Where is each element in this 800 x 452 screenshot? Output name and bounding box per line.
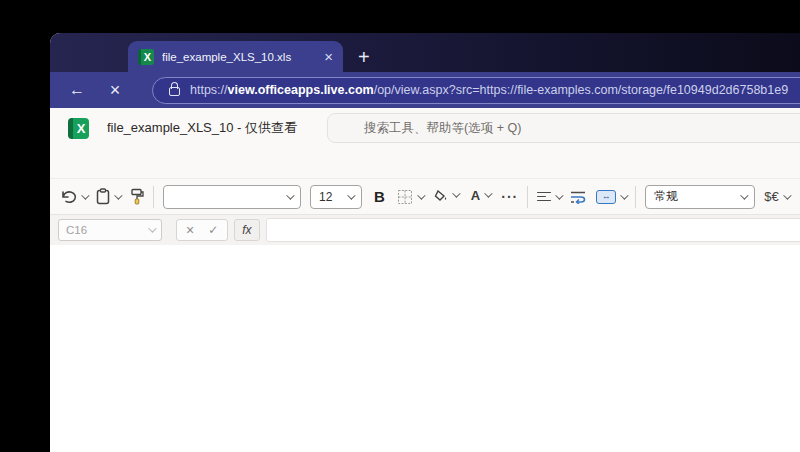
- chevron-down-icon[interactable]: [114, 191, 122, 199]
- align-icon: [537, 192, 551, 202]
- chevron-down-icon[interactable]: [783, 191, 791, 199]
- stop-icon[interactable]: ×: [100, 80, 130, 101]
- fill-color-button[interactable]: [432, 190, 460, 204]
- address-bar[interactable]: https://view.officeapps.live.com/op/view…: [152, 77, 800, 104]
- more-formatting-button[interactable]: ···: [501, 189, 518, 205]
- new-tab-button[interactable]: +: [358, 47, 370, 67]
- search-placeholder: 搜索工具、帮助等(选项 + Q): [364, 120, 521, 137]
- currency-label: $€: [764, 189, 778, 204]
- chevron-down-icon: [347, 191, 355, 199]
- zoom-window-button[interactable]: [107, 46, 119, 58]
- chevron-down-icon: [740, 191, 748, 199]
- font-name-select[interactable]: [163, 185, 301, 209]
- font-color-button[interactable]: A: [469, 188, 492, 206]
- currency-format-button[interactable]: $€: [764, 189, 788, 204]
- excel-app-icon: X: [68, 118, 89, 139]
- ribbon-tabs: [50, 148, 800, 178]
- chevron-down-icon: [286, 191, 294, 199]
- chevron-down-icon: [148, 224, 156, 232]
- insert-function-button[interactable]: fx: [234, 219, 259, 241]
- chevron-down-icon[interactable]: [555, 191, 563, 199]
- paste-button[interactable]: [96, 188, 120, 205]
- undo-icon: [60, 189, 77, 204]
- font-size-select[interactable]: 12: [310, 185, 362, 209]
- active-cell-reference: C16: [66, 224, 87, 236]
- name-box[interactable]: C16: [58, 219, 162, 241]
- toolbar-divider: [527, 186, 528, 208]
- number-format-select[interactable]: 常规: [645, 185, 755, 209]
- enter-icon[interactable]: ✓: [208, 223, 218, 237]
- font-color-letter: A: [471, 188, 480, 203]
- chevron-down-icon[interactable]: [81, 191, 89, 199]
- cancel-icon[interactable]: ×: [186, 222, 194, 238]
- chevron-down-icon[interactable]: [620, 191, 628, 199]
- close-window-button[interactable]: [67, 46, 79, 58]
- formula-action-group: × ✓: [176, 219, 228, 241]
- chevron-down-icon[interactable]: [452, 189, 460, 197]
- format-painter-icon: [129, 188, 144, 205]
- alignment-button[interactable]: [537, 192, 561, 202]
- toolbar-divider: [153, 186, 154, 208]
- window-traffic-lights: [67, 46, 119, 58]
- fill-color-swatch: [432, 200, 460, 204]
- font-size-value: 12: [319, 190, 332, 204]
- browser-window: X file_example_XLS_10.xls × + ← × https:…: [50, 33, 800, 452]
- formula-input[interactable]: [266, 218, 800, 242]
- clipboard-icon: [96, 188, 110, 205]
- undo-button[interactable]: [60, 189, 87, 204]
- toolbar-divider: [635, 186, 636, 208]
- document-title: file_example_XLS_10 - 仅供查看: [107, 119, 297, 137]
- close-tab-icon[interactable]: ×: [324, 49, 333, 64]
- lock-icon: [169, 87, 180, 96]
- fill-bucket-icon: [434, 190, 448, 201]
- excel-title-bar: X file_example_XLS_10 - 仅供查看 搜索工具、帮助等(选项…: [50, 108, 800, 148]
- chevron-down-icon[interactable]: [484, 189, 492, 197]
- font-color-swatch: [469, 202, 492, 206]
- borders-icon: [397, 189, 413, 205]
- format-painter-button[interactable]: [129, 188, 144, 205]
- wrap-text-button[interactable]: [570, 190, 587, 204]
- spreadsheet-grid: [50, 245, 800, 452]
- merge-cells-icon: ↔: [596, 190, 616, 204]
- browser-tab[interactable]: X file_example_XLS_10.xls ×: [128, 41, 343, 72]
- search-input[interactable]: 搜索工具、帮助等(选项 + Q): [327, 113, 800, 143]
- minimize-window-button[interactable]: [87, 46, 99, 58]
- wrap-text-icon: [570, 190, 587, 204]
- bold-button[interactable]: B: [371, 188, 388, 205]
- url-text: https://view.officeapps.live.com/op/view…: [190, 83, 788, 97]
- borders-button[interactable]: [397, 189, 423, 205]
- browser-tab-strip: X file_example_XLS_10.xls × +: [50, 33, 800, 72]
- excel-file-icon: X: [138, 49, 154, 65]
- chevron-down-icon[interactable]: [417, 191, 425, 199]
- ribbon-toolbar: 12 B A ···: [50, 178, 800, 215]
- tab-title: file_example_XLS_10.xls: [162, 51, 316, 63]
- browser-toolbar: ← × https://view.officeapps.live.com/op/…: [50, 72, 800, 108]
- back-icon[interactable]: ←: [62, 81, 92, 99]
- merge-cells-button[interactable]: ↔: [596, 190, 626, 204]
- number-format-value: 常规: [654, 188, 678, 205]
- formula-bar: C16 × ✓ fx: [50, 215, 800, 245]
